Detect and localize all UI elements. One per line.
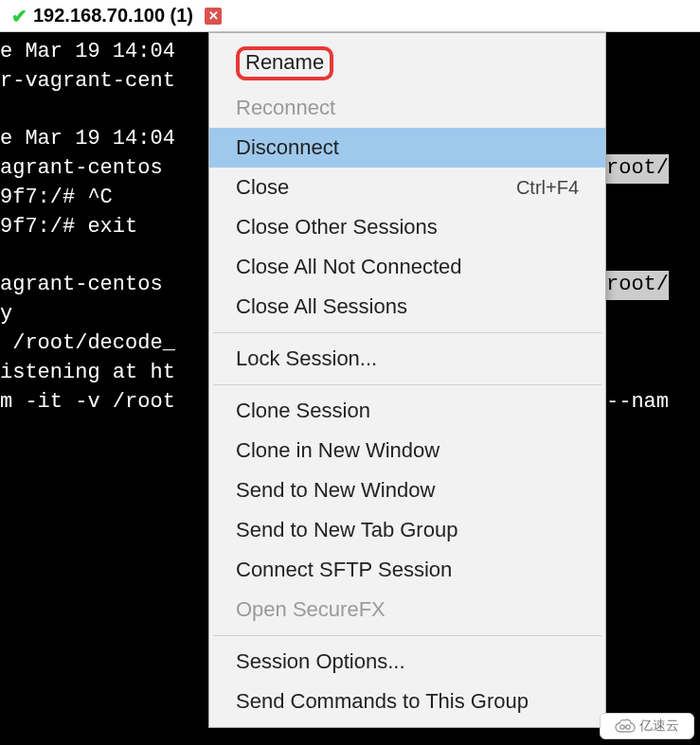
watermark: 亿速云 [600, 713, 694, 739]
menu-separator [213, 635, 601, 636]
session-tab[interactable]: ✔ 192.168.70.100 (1) ✕ [4, 1, 229, 31]
menu-item-label: Send to New Tab Group [236, 518, 458, 542]
menu-item-session-options[interactable]: Session Options... [209, 642, 605, 682]
menu-separator [213, 332, 601, 333]
menu-item-label: Send Commands to This Group [236, 689, 529, 714]
svg-point-1 [626, 725, 630, 729]
menu-item-send-to-new-window[interactable]: Send to New Window [209, 470, 605, 510]
menu-item-label: Reconnect [236, 96, 335, 120]
menu-item-label: Close All Sessions [236, 294, 407, 319]
menu-item-send-to-new-tab-group[interactable]: Send to New Tab Group [209, 510, 605, 550]
menu-item-label: Open SecureFX [236, 597, 386, 622]
menu-item-label: Send to New Window [236, 478, 435, 503]
menu-item-open-securefx: Open SecureFX [209, 590, 605, 630]
watermark-text: 亿速云 [639, 718, 679, 735]
menu-item-connect-sftp-session[interactable]: Connect SFTP Session [209, 550, 605, 590]
menu-item-label: Rename [236, 46, 333, 80]
tab-context-menu: RenameReconnectDisconnectCloseCtrl+F4Clo… [208, 32, 606, 728]
menu-item-close-other-sessions[interactable]: Close Other Sessions [209, 207, 605, 247]
menu-item-rename[interactable]: Rename [209, 39, 605, 88]
menu-item-send-commands-to-this-group[interactable]: Send Commands to This Group [209, 682, 605, 721]
svg-point-0 [620, 725, 624, 729]
menu-item-label: Disconnect [236, 135, 339, 160]
menu-item-label: Close Other Sessions [236, 215, 438, 239]
menu-item-label: Connect SFTP Session [236, 558, 452, 582]
menu-item-label: Clone Session [236, 399, 370, 423]
menu-item-lock-session[interactable]: Lock Session... [209, 339, 605, 379]
menu-item-disconnect[interactable]: Disconnect [209, 128, 605, 168]
menu-item-clone-in-new-window[interactable]: Clone in New Window [209, 431, 605, 470]
menu-separator [213, 384, 601, 385]
menu-item-label: Close [236, 175, 289, 200]
menu-item-close[interactable]: CloseCtrl+F4 [209, 168, 605, 207]
menu-item-close-all-sessions[interactable]: Close All Sessions [209, 287, 605, 327]
close-icon[interactable]: ✕ [205, 8, 222, 25]
menu-item-label: Lock Session... [236, 346, 377, 371]
menu-item-label: Close All Not Connected [236, 255, 461, 279]
tab-title: 192.168.70.100 (1) [33, 5, 193, 27]
menu-item-label: Session Options... [236, 649, 405, 674]
tab-bar: ✔ 192.168.70.100 (1) ✕ [0, 0, 700, 32]
menu-item-shortcut: Ctrl+F4 [516, 177, 579, 199]
menu-item-close-all-not-connected[interactable]: Close All Not Connected [209, 247, 605, 287]
menu-item-reconnect: Reconnect [209, 88, 605, 128]
connected-check-icon: ✔ [11, 5, 27, 27]
cloud-link-icon [615, 718, 636, 734]
menu-item-clone-session[interactable]: Clone Session [209, 391, 605, 431]
menu-item-label: Clone in New Window [236, 438, 440, 463]
